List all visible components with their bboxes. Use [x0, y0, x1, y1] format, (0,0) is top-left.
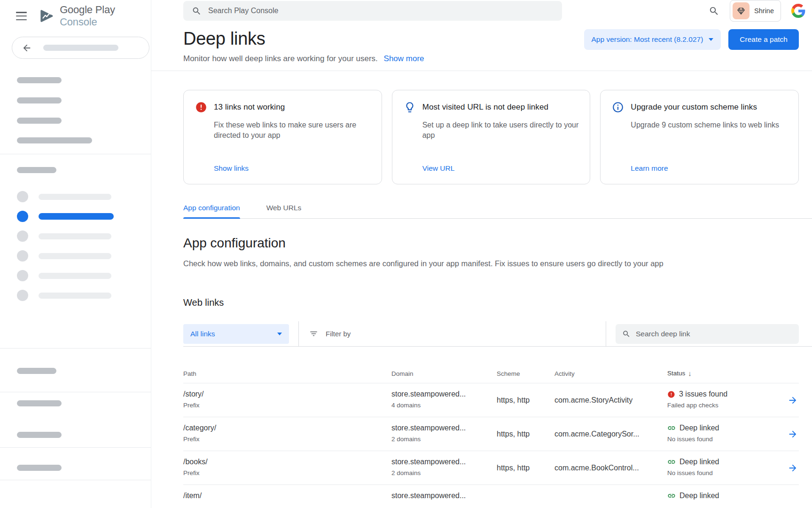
filter-bar: All links — [183, 321, 812, 347]
learn-more-link[interactable]: Learn more — [631, 164, 787, 173]
header-right: Shrine — [709, 0, 805, 22]
table-row[interactable]: /story/ Prefix store.steampowered... 4 d… — [183, 383, 799, 417]
card-upgrade-custom-schemes: Upgrade your custom scheme links Upgrade… — [600, 90, 799, 184]
path-type: Prefix — [183, 435, 391, 444]
skeleton-section-label — [17, 167, 56, 173]
filter-by-field[interactable] — [309, 329, 606, 338]
row-detail-arrow[interactable] — [788, 463, 799, 473]
nav-item-icon — [17, 211, 28, 222]
row-detail-arrow[interactable] — [788, 429, 799, 439]
deep-link-search[interactable] — [616, 324, 799, 344]
show-links-link[interactable]: Show links — [214, 164, 370, 173]
sidebar-nav-item-selected[interactable] — [0, 211, 151, 222]
app-version-label: App version: Most recent (8.2.027) — [592, 35, 703, 44]
page-actions: App version: Most recent (8.2.027) Creat… — [584, 29, 799, 50]
play-console-logo: Google Play Console — [39, 4, 151, 28]
sidebar-nav-item[interactable] — [0, 290, 151, 301]
sidebar-nav-item[interactable] — [0, 191, 151, 202]
links-filter-dropdown[interactable]: All links — [183, 324, 289, 344]
tab-app-configuration[interactable]: App configuration — [183, 204, 240, 218]
sidebar-nav-item[interactable] — [0, 250, 151, 262]
menu-icon[interactable] — [16, 12, 27, 20]
scheme-value: https, http — [497, 396, 554, 405]
filter-by-input[interactable] — [326, 330, 606, 338]
table-row[interactable]: /books/ Prefix store.steampowered... 2 d… — [183, 451, 799, 485]
scheme-value: https, http — [497, 464, 554, 472]
search-input[interactable] — [208, 7, 554, 15]
nav-item-icon — [17, 250, 28, 262]
column-header-status-sort[interactable]: Status ↓ — [667, 369, 785, 377]
status-detail: No issues found — [667, 435, 785, 444]
status-value: Deep linked — [679, 457, 719, 467]
back-navigation[interactable] — [12, 37, 149, 59]
card-title: 13 links not working — [214, 103, 285, 112]
google-account-icon[interactable] — [791, 4, 805, 18]
skeleton-bar — [39, 273, 111, 279]
domain-count: 2 domains — [391, 469, 497, 477]
skeleton-bar — [39, 253, 111, 259]
search-icon — [622, 330, 631, 338]
domain-value: store.steampowered... — [391, 423, 497, 433]
app-switcher[interactable]: Shrine — [730, 0, 781, 22]
skeleton-bar — [39, 194, 111, 200]
search-icon[interactable] — [709, 6, 719, 16]
web-links-heading: Web links — [183, 297, 799, 308]
card-title: Upgrade your custom scheme links — [631, 103, 757, 112]
filter-icon — [309, 329, 318, 338]
create-patch-button[interactable]: Create a patch — [728, 29, 799, 50]
tab-web-urls[interactable]: Web URLs — [266, 204, 302, 218]
path-value: /books/ — [183, 457, 391, 467]
skeleton-bar — [17, 77, 62, 83]
table-row[interactable]: /item/ store.steampowered... Deep linked — [183, 485, 799, 508]
nav-item-icon — [17, 290, 28, 301]
divider — [606, 321, 606, 346]
link-icon — [667, 492, 676, 500]
skeleton-bar — [17, 432, 62, 438]
domain-value: store.steampowered... — [391, 457, 497, 467]
global-search[interactable] — [183, 1, 562, 21]
table-row[interactable]: /category/ Prefix store.steampowered... … — [183, 417, 799, 451]
tab-bar: App configuration Web URLs — [183, 204, 812, 219]
subtitle-text: Monitor how well deep links are working … — [183, 54, 378, 63]
status-detail: No issues found — [667, 469, 785, 477]
sort-descending-icon: ↓ — [688, 369, 692, 377]
sidebar-divider — [0, 154, 151, 154]
search-icon — [192, 6, 202, 16]
path-value: /category/ — [183, 423, 391, 433]
path-value: /story/ — [183, 389, 391, 399]
link-icon — [667, 424, 676, 432]
skeleton-bar — [17, 465, 62, 471]
path-value: /item/ — [183, 491, 391, 500]
row-detail-arrow[interactable] — [788, 395, 799, 405]
show-more-link[interactable]: Show more — [384, 54, 424, 63]
status-value: 3 issues found — [679, 389, 727, 399]
link-icon — [667, 458, 676, 466]
card-body: Fix these web links to make sure users a… — [214, 120, 370, 141]
sidebar-header: Google Play Console — [0, 0, 151, 32]
card-body: Set up a deep link to take users directl… — [422, 120, 579, 141]
deep-link-search-input[interactable] — [636, 330, 792, 338]
shrine-app-icon — [733, 2, 750, 19]
scheme-value: https, http — [497, 430, 554, 438]
skeleton-bar — [17, 368, 56, 374]
view-url-link[interactable]: View URL — [422, 164, 579, 173]
skeleton-bar — [39, 233, 111, 239]
divider — [298, 321, 299, 346]
section-heading: App configuration — [183, 235, 799, 252]
sidebar: Google Play Console — [0, 0, 151, 508]
app-version-dropdown[interactable]: App version: Most recent (8.2.027) — [584, 29, 721, 50]
nav-item-icon — [17, 230, 28, 242]
play-console-app: Google Play Console — [0, 0, 812, 508]
domain-count: 2 domains — [391, 435, 497, 444]
skeleton-bar — [17, 400, 62, 406]
error-icon — [195, 101, 207, 113]
sidebar-nav-item[interactable] — [0, 230, 151, 242]
path-type: Prefix — [183, 469, 391, 477]
domain-value: store.steampowered... — [391, 389, 497, 399]
page-header: Deep links App version: Most recent (8.2… — [151, 22, 812, 71]
nav-item-icon — [17, 270, 28, 281]
status-value: Deep linked — [679, 491, 719, 500]
chevron-down-icon — [277, 333, 282, 335]
sidebar-nav-item[interactable] — [0, 270, 151, 281]
sidebar-divider — [0, 348, 151, 349]
